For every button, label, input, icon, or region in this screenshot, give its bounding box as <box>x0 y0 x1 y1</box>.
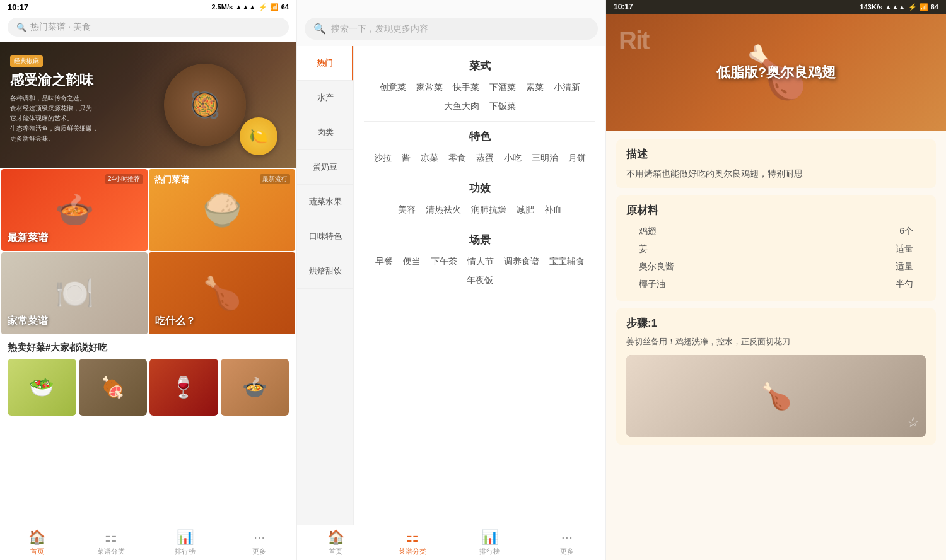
tag-egg[interactable]: 蒸蛋 <box>474 151 496 165</box>
tag-baby[interactable]: 宝宝辅食 <box>547 255 587 269</box>
cat-nav-category[interactable]: ⚏ 菜谱分类 <box>374 525 451 560</box>
cat-search-input[interactable]: 🔍 搜索一下，发现更多内容 <box>305 18 598 40</box>
cat-nav-home[interactable]: 🏠 首页 <box>297 525 374 560</box>
tag-mooncake[interactable]: 月饼 <box>566 151 588 165</box>
status-bar-home: 10:17 2.5M/s ▲▲▲ ⚡ 📶 64 <box>0 0 296 14</box>
nav-more-label: 更多 <box>252 547 266 556</box>
cat-nav-ranking[interactable]: 📊 排行榜 <box>452 525 528 560</box>
panel-category: 🔍 搜索一下，发现更多内容 热门 水产 肉类 蛋奶豆 蔬菜水果 口味特色 烘焙甜… <box>296 0 605 560</box>
nav-ranking-icon: 📊 <box>177 529 194 545</box>
nav-home-label: 首页 <box>30 547 44 556</box>
sidebar-item-egg[interactable]: 蛋奶豆 <box>297 150 353 185</box>
ingredient-row-3: 奥尔良酱 适量 <box>626 258 926 276</box>
tag-ricedish[interactable]: 下饭菜 <box>487 100 518 114</box>
tag-snack[interactable]: 零食 <box>446 151 469 165</box>
nav-category-label: 菜谱分类 <box>97 547 125 556</box>
wifi-detail: 📶 <box>920 3 928 11</box>
nav-ranking[interactable]: 📊 排行榜 <box>148 525 223 560</box>
nav-more[interactable]: ··· 更多 <box>223 525 297 560</box>
sidebar-item-seafood[interactable]: 水产 <box>297 81 353 115</box>
tag-beauty[interactable]: 美容 <box>395 203 418 217</box>
tag-lunchbox[interactable]: 便当 <box>400 255 423 269</box>
card-popular[interactable]: 🍚 热门菜谱 最新流行 <box>149 169 295 251</box>
sidebar-item-vegfruit[interactable]: 蔬菜水果 <box>297 185 353 219</box>
cat-body: 热门 水产 肉类 蛋奶豆 蔬菜水果 口味特色 烘焙甜饮 菜式 创意菜 家常菜 快… <box>297 46 605 525</box>
card-newest[interactable]: 🍲 最新菜谱 24小时推荐 <box>1 169 148 251</box>
signal-detail: ▲▲▲ <box>885 3 906 11</box>
signal-icon: ▲▲▲ <box>235 3 256 11</box>
scene-tags: 早餐 便当 下午茶 情人节 调养食谱 宝宝辅食 年夜饭 <box>364 255 595 288</box>
tag-sauce[interactable]: 酱 <box>399 151 413 165</box>
hot-item-1[interactable]: 🥗 <box>8 359 76 416</box>
cat-nav-more[interactable]: ··· 更多 <box>528 525 605 560</box>
hero-banner[interactable]: 经典椒麻 感受渝之韵味 各种调和，品味传奇之选。食材经选顶级汉源花椒，只为它才能… <box>0 42 296 168</box>
hot-item-4[interactable]: 🍲 <box>221 359 289 416</box>
status-bar-detail: 10:17 143K/s ▲▲▲ ⚡ 📶 64 <box>606 0 946 14</box>
nav-category[interactable]: ⚏ 菜谱分类 <box>74 525 149 560</box>
hot-emoji-4: 🍲 <box>221 359 289 416</box>
desc-text: 不用烤箱也能做好吃的奥尔良鸡翅，特别耐思 <box>626 166 926 180</box>
special-tags: 沙拉 酱 凉菜 零食 蒸蛋 小吃 三明治 月饼 <box>364 151 595 165</box>
tag-breakfast[interactable]: 早餐 <box>373 255 395 269</box>
cat-search-icon: 🔍 <box>313 23 326 35</box>
status-icons-home: 2.5M/s ▲▲▲ ⚡ 📶 64 <box>211 3 289 11</box>
cat-search-bar: 🔍 搜索一下，发现更多内容 <box>297 14 605 46</box>
tag-drinkdish[interactable]: 下酒菜 <box>487 81 518 95</box>
hot-grid: 🥗 🍖 🍷 🍲 <box>8 359 289 416</box>
nav-category-icon: ⚏ <box>105 529 117 545</box>
cat-sidebar: 热门 水产 肉类 蛋奶豆 蔬菜水果 口味特色 烘焙甜饮 <box>297 46 354 525</box>
effect-tags: 美容 清热祛火 润肺抗燥 减肥 补血 <box>364 203 595 217</box>
hot-emoji-2: 🍖 <box>79 359 148 416</box>
hot-item-3[interactable]: 🍷 <box>149 359 218 416</box>
card-sublabel-2: 最新流行 <box>260 174 290 184</box>
divider-3 <box>364 225 595 225</box>
sidebar-item-meat[interactable]: 肉类 <box>297 115 353 150</box>
sidebar-item-baking[interactable]: 烘焙甜饮 <box>297 254 353 289</box>
tag-creative[interactable]: 创意菜 <box>377 81 409 95</box>
sidebar-item-flavor[interactable]: 口味特色 <box>297 219 353 254</box>
cat-search-placeholder: 搜索一下，发现更多内容 <box>331 23 428 35</box>
cat-nav-more-label: 更多 <box>560 547 574 556</box>
tag-bite[interactable]: 小吃 <box>501 151 524 165</box>
step-desc-1: 姜切丝备用！鸡翅洗净，控水，正反面切花刀 <box>626 335 926 349</box>
tag-quick[interactable]: 快手菜 <box>450 81 482 95</box>
nav-home[interactable]: 🏠 首页 <box>0 525 74 560</box>
tag-teatime[interactable]: 下午茶 <box>428 255 460 269</box>
sidebar-item-hot[interactable]: 热门 <box>297 46 353 81</box>
ingredient-row-4: 椰子油 半勺 <box>626 276 926 293</box>
tag-lung[interactable]: 润肺抗燥 <box>469 203 509 217</box>
tag-heatclean[interactable]: 清热祛火 <box>423 203 464 217</box>
search-input-home[interactable]: 🔍 热门菜谱 · 美食 <box>8 18 289 37</box>
hot-title: 热卖好菜#大家都说好吃 <box>8 342 289 354</box>
tag-blood[interactable]: 补血 <box>542 203 564 217</box>
tag-newyear[interactable]: 年夜饭 <box>464 274 496 288</box>
tag-light[interactable]: 小清新 <box>551 81 583 95</box>
hero-tag: 经典椒麻 <box>10 55 43 67</box>
favorite-icon[interactable]: ☆ <box>907 414 920 431</box>
tag-cold[interactable]: 凉菜 <box>418 151 441 165</box>
step-image-1: 🍗 ☆ <box>626 355 926 437</box>
ingredient-amount-1: 6个 <box>899 226 913 237</box>
battery-detail: 64 <box>931 3 938 11</box>
card-whattoeat[interactable]: 🍗 吃什么？ <box>149 252 295 334</box>
tag-diet[interactable]: 调养食谱 <box>501 255 542 269</box>
cat-nav-home-icon: 🏠 <box>327 529 344 545</box>
cat-nav-cat-icon: ⚏ <box>406 529 419 545</box>
hot-emoji-1: 🥗 <box>8 359 76 416</box>
status-icons-detail: 143K/s ▲▲▲ ⚡ 📶 64 <box>860 3 938 11</box>
detail-content: 描述 不用烤箱也能做好吃的奥尔良鸡翅，特别耐思 原材料 鸡翅 6个 姜 适量 奥… <box>606 131 946 560</box>
bluetooth-detail: ⚡ <box>908 3 917 11</box>
card-homecooking[interactable]: 🍽️ 家常菜谱 <box>1 252 148 334</box>
detail-hero-title: 低脂版?奥尔良鸡翅 <box>716 63 836 82</box>
tag-veg[interactable]: 素菜 <box>523 81 546 95</box>
tag-slimming[interactable]: 减肥 <box>514 203 537 217</box>
time-detail: 10:17 <box>614 3 633 11</box>
tag-bigfish[interactable]: 大鱼大肉 <box>441 100 482 114</box>
hot-item-2[interactable]: 🍖 <box>79 359 148 416</box>
tag-valentine[interactable]: 情人节 <box>465 255 496 269</box>
tag-salad[interactable]: 沙拉 <box>371 151 394 165</box>
detail-desc-section: 描述 不用烤箱也能做好吃的奥尔良鸡翅，特别耐思 <box>616 139 936 188</box>
card-label-1: 最新菜谱 <box>8 231 48 245</box>
tag-sandwich[interactable]: 三明治 <box>529 151 561 165</box>
tag-homestyle[interactable]: 家常菜 <box>414 81 445 95</box>
